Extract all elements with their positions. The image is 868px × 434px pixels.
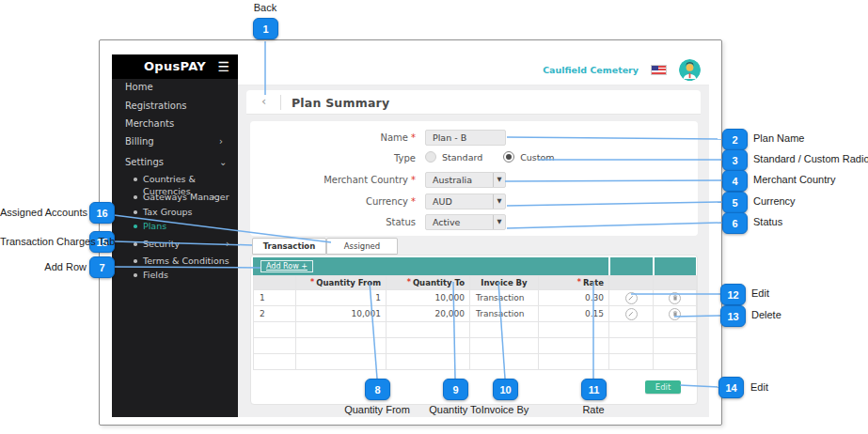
quantity-from-header: Quantity From: [296, 276, 387, 290]
row-number-cell: 1: [254, 290, 296, 306]
callout-label-plan-name: Plan Name: [753, 132, 804, 144]
hamburger-menu-icon[interactable]: ☰: [217, 54, 229, 79]
plan-name-input[interactable]: Plan - B: [425, 130, 506, 146]
sidebar-item-countries-currencies[interactable]: Countries & Currencies: [143, 173, 232, 185]
edit-row-button[interactable]: [625, 308, 638, 320]
back-chevron-icon[interactable]: ‹: [261, 94, 266, 108]
us-flag-icon[interactable]: [651, 65, 667, 75]
quantity-from-cell: 10,001: [296, 306, 387, 322]
sidebar-item-registrations[interactable]: Registrations: [125, 100, 230, 113]
user-avatar[interactable]: [679, 59, 701, 81]
chevron-right-icon: ›: [212, 191, 215, 203]
bullet-icon: [134, 178, 137, 181]
status-select[interactable]: Active▼: [425, 214, 506, 230]
sidebar-item-settings[interactable]: Settings ⌄: [125, 156, 230, 169]
divider: [280, 95, 281, 110]
avatar-person-icon: [679, 59, 701, 81]
status-label: Status: [250, 217, 416, 227]
add-row-button[interactable]: Add Row +: [260, 260, 313, 272]
callout-badge-14: 14: [718, 377, 744, 398]
caret-down-icon: ▼: [493, 173, 505, 187]
delete-row-button[interactable]: [669, 308, 681, 320]
sidebar-item-security[interactable]: Security ›: [143, 238, 232, 250]
account-name-link[interactable]: Caulfield Cemetery: [543, 65, 639, 75]
opuspay-app: OpusPAY ☰ Home Registrations Merchants B…: [112, 54, 709, 417]
callout-label-assigned-accounts: Assigned Accounts: [0, 207, 87, 218]
edit-column-header: [609, 276, 654, 290]
table-toolbar: Add Row +: [253, 257, 696, 275]
callout-badge-9: 9: [443, 379, 468, 400]
bullet-icon: [134, 242, 137, 246]
invoice-by-header: Invoice By: [470, 276, 539, 290]
form-row-merchant-country: Merchant Country Australia▼: [250, 172, 698, 189]
callout-badge-13: 13: [720, 305, 746, 327]
callout-badge-4: 4: [722, 170, 748, 192]
sidebar-item-tax-groups[interactable]: Tax Groups: [143, 206, 232, 218]
app-header: Caulfield Cemetery: [238, 54, 709, 85]
sidebar-item-plans[interactable]: Plans: [143, 220, 232, 232]
callout-label-add-row: Add Row: [0, 261, 87, 272]
empty-table-row: [254, 322, 697, 338]
custom-radio[interactable]: [503, 151, 514, 163]
sidebar-item-billing[interactable]: Billing ›: [125, 135, 230, 148]
standard-radio[interactable]: [425, 151, 436, 163]
bullet-icon: [134, 259, 137, 263]
sidebar-item-merchants[interactable]: Merchants: [125, 117, 230, 131]
bullet-icon: [134, 210, 137, 214]
callout-badge-12: 12: [720, 284, 746, 305]
row-number-header: [254, 276, 296, 290]
callout-label-edit-row: Edit: [751, 287, 769, 299]
callout-label-radio-buttons: Standard / Custom Radio Buttons: [753, 153, 868, 164]
chevron-down-icon: ⌄: [219, 156, 227, 169]
transaction-charges-panel: Add Row + Quantity From Quantity To Invo…: [250, 255, 698, 405]
sidebar-item-fields[interactable]: Fields: [143, 269, 232, 281]
sidebar-item-home[interactable]: Home: [125, 81, 230, 94]
sidebar-item-gateways-manager[interactable]: Gateways Manager ›: [143, 191, 232, 203]
main-content: Caulfield Cemetery ‹: [238, 54, 709, 417]
chevron-right-icon: ›: [226, 238, 229, 250]
edit-plan-button[interactable]: Edit: [645, 380, 681, 394]
plan-form-panel: Name Plan - B Type Standard Custom: [250, 121, 698, 236]
flag-canton: [652, 66, 658, 71]
delete-column-header: [654, 276, 697, 290]
invoice-by-cell: Transaction: [470, 290, 539, 306]
sidebar: OpusPAY ☰ Home Registrations Merchants B…: [112, 54, 238, 417]
brand-logo: OpusPAY: [144, 54, 206, 79]
currency-select[interactable]: AUD▼: [425, 194, 506, 209]
callout-badge-16: 16: [89, 202, 115, 224]
bullet-icon: [134, 225, 137, 228]
sidebar-item-terms-conditions[interactable]: Terms & Conditions: [143, 255, 232, 267]
callout-label-back: Back: [237, 2, 293, 13]
page-title: Plan Summary: [292, 96, 389, 110]
tab-transaction-charges[interactable]: Transaction Charges: [252, 238, 326, 255]
empty-table-row: [254, 354, 697, 370]
callout-label-invoice-by: Invoice By: [463, 404, 547, 415]
divider: [608, 257, 610, 275]
quantity-to-cell: 20,000: [387, 306, 470, 322]
callout-badge-11: 11: [581, 379, 607, 400]
callout-label-rate: Rate: [551, 404, 636, 415]
form-row-type: Type Standard Custom: [250, 150, 698, 167]
table-header-row: Quantity From Quantity To Invoice By Rat…: [254, 276, 697, 290]
screenshot-frame: OpusPAY ☰ Home Registrations Merchants B…: [99, 39, 722, 426]
name-label: Name: [250, 132, 416, 143]
caret-down-icon: ▼: [493, 194, 505, 209]
annotated-screenshot-page: OpusPAY ☰ Home Registrations Merchants B…: [0, 0, 868, 434]
tab-assigned-accounts[interactable]: Assigned Accounts: [326, 238, 398, 255]
edit-row-button[interactable]: [625, 292, 638, 304]
form-row-status: Status Active▼: [250, 214, 698, 231]
charges-table: Quantity From Quantity To Invoice By Rat…: [253, 275, 697, 370]
form-row-name: Name Plan - B: [250, 130, 698, 147]
callout-badge-5: 5: [722, 192, 748, 213]
delete-row-button[interactable]: [669, 292, 681, 304]
merchant-country-select[interactable]: Australia▼: [425, 172, 506, 188]
pencil-icon: [627, 294, 635, 302]
rate-cell: 0.15: [539, 306, 609, 322]
custom-radio-label: Custom: [520, 152, 554, 163]
empty-table-row: [254, 338, 697, 354]
callout-label-quantity-from: Quantity From: [335, 404, 419, 415]
pencil-icon: [627, 310, 635, 318]
page-title-bar: ‹ Plan Summary: [246, 90, 701, 115]
callout-label-status: Status: [753, 216, 782, 227]
type-label: Type: [250, 153, 416, 163]
